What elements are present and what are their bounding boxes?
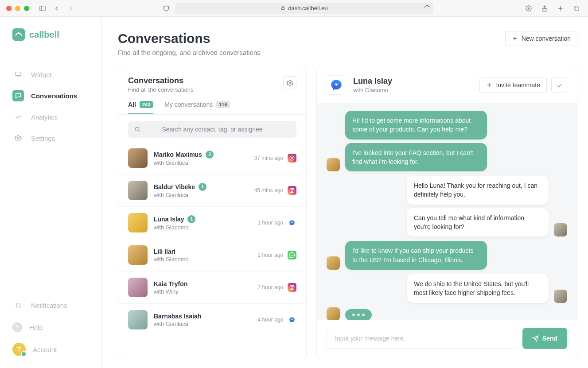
message-row: Hi! I'd to get some more informations ab…	[327, 111, 567, 171]
sidebar-item-label: Help	[29, 324, 43, 331]
avatar	[554, 290, 567, 303]
conversation-item[interactable]: Luna Islay1with Giacomo1 hour ago	[118, 207, 306, 239]
timestamp: 1 hour ago	[258, 220, 283, 226]
window-close-dot[interactable]	[6, 6, 12, 11]
typing-row	[327, 307, 567, 320]
message-bubble: Can you tell me what kind of information…	[407, 208, 549, 237]
avatar	[128, 278, 148, 297]
svg-line-16	[138, 130, 140, 132]
plus-icon	[486, 82, 492, 88]
chat-title: Luna Islay	[353, 77, 472, 86]
sidebar-item-label: Notifications	[31, 302, 67, 309]
chat-body: Hi! I'd to get some more informations ab…	[317, 103, 577, 320]
sidebar-nav: Widget Conversations Analytics Settings	[0, 65, 101, 148]
main: Conversations Find all the ongoing, and …	[102, 17, 588, 368]
svg-point-19	[293, 157, 293, 157]
assignee-label: with Gianluca	[154, 321, 258, 327]
forward-icon[interactable]	[66, 3, 76, 14]
conversation-item[interactable]: Baldur Vibeke1with Gianluca45 mins ago	[118, 174, 306, 207]
message-bubble: I've looked into your FAQ section, but I…	[345, 143, 487, 172]
downloads-icon[interactable]	[523, 3, 534, 14]
contact-name: Luna Islay	[154, 216, 184, 223]
url-bar[interactable]: dash.callbell.eu	[175, 3, 433, 14]
instagram-icon	[288, 283, 296, 292]
logo-mark-icon	[12, 28, 25, 41]
panel-settings-button[interactable]	[283, 76, 296, 89]
button-label: New conversation	[522, 35, 571, 42]
conversation-item[interactable]: Mariko Maximus3with Gianluca37 mins ago	[118, 142, 306, 174]
sidebar-item-analytics[interactable]: Analytics	[8, 107, 93, 127]
svg-rect-7	[575, 7, 579, 11]
conversation-item[interactable]: Barnabas Isaiahwith Gianluca4 hour ago	[118, 304, 306, 336]
sidebar-item-label: Settings	[31, 135, 55, 142]
assignee-label: with Gianluca	[154, 159, 254, 166]
tab-label: My conversations	[164, 101, 213, 108]
sidebar-item-label: Account	[33, 346, 57, 353]
messenger-icon	[288, 218, 296, 227]
invite-teammate-button[interactable]: Invite teammate	[479, 77, 547, 93]
send-button[interactable]: Send	[522, 328, 567, 349]
shield-icon[interactable]	[161, 3, 171, 14]
tab-mine-count: 116	[216, 101, 230, 108]
help-icon: ?	[12, 322, 22, 332]
svg-point-25	[293, 286, 293, 287]
svg-point-24	[291, 287, 293, 289]
message-bubble: We do ship to the United States, but you…	[407, 274, 549, 303]
panel-subtitle: Find all the conversations	[128, 86, 193, 93]
contact-name: Baldur Vibeke	[154, 183, 195, 190]
unread-badge: 1	[187, 215, 195, 223]
new-conversation-button[interactable]: New conversation	[505, 31, 577, 46]
bell-icon	[12, 299, 24, 311]
svg-point-11	[17, 137, 19, 139]
logo[interactable]: callbell	[0, 28, 101, 41]
tab-label: All	[128, 101, 136, 108]
search-input[interactable]: Search any contact, tag, or assignee	[128, 121, 296, 138]
avatar	[554, 223, 567, 236]
send-icon	[532, 335, 539, 342]
conversation-item[interactable]: Kaia Tryfonwith Winy2 hour ago	[118, 271, 306, 304]
window-zoom-dot[interactable]	[24, 6, 29, 11]
sidebar-item-conversations[interactable]: Conversations	[8, 86, 93, 105]
contact-name: Lili Ilari	[154, 248, 175, 255]
avatar	[128, 213, 148, 232]
reload-icon[interactable]	[424, 5, 430, 12]
sidebar-item-settings[interactable]: Settings	[8, 128, 93, 148]
tabs-overview-icon[interactable]	[571, 3, 582, 14]
panel-title: Conversations	[128, 76, 193, 85]
sidebar-toggle-icon[interactable]	[37, 3, 48, 14]
conversation-list: Mariko Maximus3with Gianluca37 mins agoB…	[118, 140, 306, 341]
tab-all-count: 243	[140, 101, 153, 108]
share-icon[interactable]	[539, 3, 550, 14]
chat-icon	[12, 90, 24, 101]
assignee-label: with Gianluca	[154, 192, 254, 198]
tab-my-conversations[interactable]: My conversations 116	[164, 101, 230, 114]
unread-badge: 1	[199, 183, 206, 191]
browser-actions	[523, 3, 582, 14]
new-tab-icon[interactable]	[555, 3, 566, 14]
logo-text: callbell	[29, 30, 59, 40]
sidebar-item-notifications[interactable]: Notifications	[8, 295, 93, 315]
tab-all[interactable]: All 243	[128, 101, 153, 114]
contact-name: Barnabas Isaiah	[154, 313, 201, 320]
page-head: Conversations Find all the ongoing, and …	[118, 31, 577, 56]
sidebar-item-account[interactable]: T Account	[8, 340, 93, 359]
sidebar-item-widget[interactable]: Widget	[8, 65, 93, 84]
avatar	[128, 245, 148, 265]
mark-done-button[interactable]	[551, 77, 567, 93]
message-input[interactable]	[327, 328, 517, 349]
assignee-label: with Winy	[154, 288, 258, 295]
svg-rect-2	[281, 8, 284, 10]
sidebar-item-help[interactable]: ? Help	[8, 318, 93, 337]
gear-icon	[12, 132, 24, 144]
contact-name: Mariko Maximus	[154, 151, 202, 158]
conversation-item[interactable]: Lili Ilariwith Giacomo2 hour ago	[118, 239, 306, 271]
svg-point-21	[291, 190, 293, 192]
message-row: We do ship to the United States, but you…	[327, 274, 567, 303]
whatsapp-icon	[288, 251, 296, 260]
page-subtitle: Find all the ongoing, and archived conve…	[118, 49, 261, 56]
sidebar-item-label: Conversations	[31, 92, 77, 100]
back-icon[interactable]	[51, 3, 62, 14]
window-minimize-dot[interactable]	[15, 6, 20, 11]
svg-point-14	[289, 82, 291, 84]
avatar	[128, 181, 148, 200]
